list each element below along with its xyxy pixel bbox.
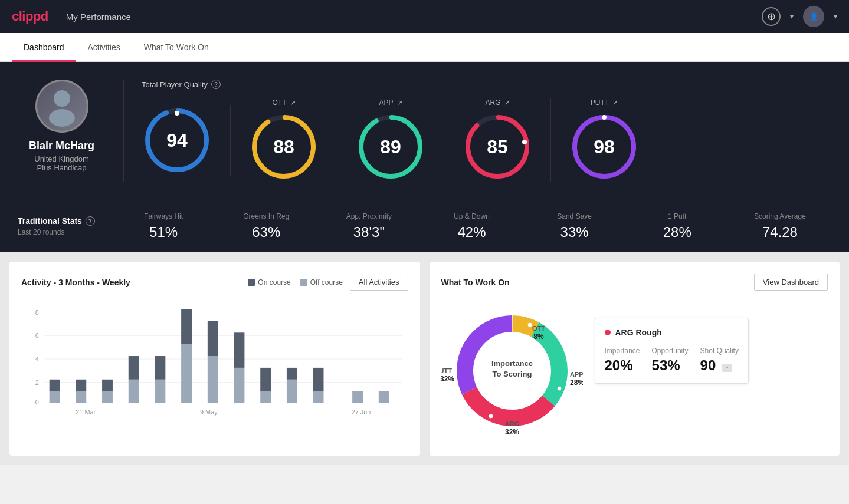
- gauge-putt: PUTT 98: [551, 98, 657, 182]
- gauge-arg-value: 85: [487, 136, 508, 158]
- trad-stats-label: Traditional Stats ? Last 20 rounds: [18, 216, 112, 236]
- gauge-ott: OTT 88: [231, 98, 337, 182]
- svg-rect-26: [50, 380, 60, 391]
- tab-what-to-work-on[interactable]: What To Work On: [132, 33, 221, 62]
- bottom-panels: Activity - 3 Months - Weekly On course O…: [0, 252, 849, 465]
- hero-section: Blair McHarg United Kingdom Plus Handica…: [0, 62, 849, 200]
- svg-rect-37: [208, 356, 218, 403]
- svg-text:To Scoring: To Scoring: [492, 370, 532, 378]
- all-activities-button[interactable]: All Activities: [350, 274, 408, 291]
- chart-legend: On course Off course: [248, 278, 343, 286]
- activity-panel: Activity - 3 Months - Weekly On course O…: [9, 262, 420, 456]
- svg-text:21 Mar: 21 Mar: [76, 409, 96, 416]
- svg-text:32%: 32%: [441, 375, 454, 383]
- svg-text:4: 4: [35, 355, 39, 363]
- player-section: Blair McHarg United Kingdom Plus Handica…: [18, 80, 124, 182]
- legend-oncourse: On course: [248, 278, 290, 286]
- gauge-total-wrap: 94: [142, 105, 212, 176]
- nav-right: ⊕ ▾ 👤 ▾: [762, 6, 837, 27]
- wtwo-title: What To Work On: [441, 278, 754, 287]
- player-avatar: [35, 80, 88, 133]
- metric-opportunity: Opportunity 53%: [652, 347, 689, 374]
- svg-point-66: [527, 322, 532, 327]
- gauge-putt-value: 98: [594, 136, 615, 158]
- gauge-total: 94: [142, 105, 231, 176]
- svg-rect-28: [76, 380, 86, 391]
- svg-text:8%: 8%: [533, 332, 544, 341]
- svg-rect-34: [155, 356, 165, 380]
- svg-rect-42: [260, 368, 271, 391]
- gauge-app-value: 89: [380, 136, 401, 158]
- svg-rect-25: [50, 391, 60, 403]
- quality-title: Total Player Quality ?: [142, 80, 831, 89]
- add-dropdown-arrow[interactable]: ▾: [790, 12, 794, 21]
- svg-rect-47: [352, 391, 363, 403]
- logo: clippd: [12, 9, 48, 24]
- stat-greens: Greens In Reg 63%: [215, 212, 317, 241]
- svg-text:Importance: Importance: [491, 359, 532, 368]
- svg-point-11: [522, 140, 527, 144]
- avatar-dropdown-arrow[interactable]: ▾: [834, 12, 837, 21]
- svg-rect-44: [287, 368, 297, 380]
- top-nav: clippd My Performance ⊕ ▾ 👤 ▾: [0, 0, 849, 33]
- gauge-app-label: APP: [379, 98, 402, 107]
- tab-dashboard[interactable]: Dashboard: [12, 33, 76, 62]
- gauge-arg-label: ARG: [485, 98, 509, 107]
- svg-rect-39: [234, 368, 245, 403]
- add-button[interactable]: ⊕: [762, 7, 781, 26]
- svg-rect-36: [181, 309, 192, 345]
- svg-rect-27: [76, 391, 86, 403]
- gauge-arg-wrap: 85: [462, 111, 533, 182]
- svg-text:2: 2: [35, 379, 39, 386]
- svg-rect-48: [379, 391, 389, 403]
- svg-rect-41: [260, 391, 271, 403]
- svg-text:PUTT: PUTT: [441, 367, 452, 374]
- metric-importance: Importance 20%: [605, 347, 640, 374]
- wtwo-content: Importance To Scoring OTT 8% APP 28% ARG…: [441, 300, 828, 444]
- svg-text:APP: APP: [570, 371, 583, 378]
- activity-chart-title: Activity - 3 Months - Weekly: [21, 278, 248, 287]
- gauge-ott-label: OTT: [273, 98, 296, 107]
- player-name: Blair McHarg: [29, 140, 94, 152]
- svg-rect-35: [181, 344, 192, 403]
- stat-sandsave: Sand Save 33%: [523, 212, 626, 241]
- svg-point-1: [49, 109, 75, 127]
- player-handicap: Plus Handicap: [37, 163, 87, 172]
- legend-offcourse: Off course: [300, 278, 343, 286]
- activity-panel-header: Activity - 3 Months - Weekly On course O…: [21, 274, 408, 291]
- svg-rect-45: [313, 391, 324, 403]
- svg-rect-38: [208, 321, 218, 356]
- stat-proximity: App. Proximity 38'3": [317, 212, 420, 241]
- avatar[interactable]: 👤: [803, 6, 824, 27]
- gauge-app-wrap: 89: [355, 111, 426, 182]
- arg-dot-icon: [605, 330, 611, 335]
- trad-stats-help-icon[interactable]: ?: [86, 216, 95, 226]
- gauge-putt-wrap: 98: [569, 111, 640, 182]
- svg-rect-40: [234, 332, 245, 368]
- gauge-ott-wrap: 88: [248, 111, 319, 182]
- svg-point-4: [175, 111, 179, 116]
- svg-rect-29: [102, 391, 113, 403]
- svg-point-14: [602, 115, 607, 120]
- svg-rect-31: [129, 380, 139, 403]
- shot-quality-badge: ↑: [722, 364, 733, 372]
- metric-shot-quality: Shot Quality 90 ↑: [700, 347, 739, 374]
- traditional-stats: Traditional Stats ? Last 20 rounds Fairw…: [0, 200, 849, 252]
- app-trend-icon: [396, 98, 402, 107]
- svg-rect-43: [287, 380, 297, 403]
- gauge-total-value: 94: [166, 130, 188, 151]
- quality-help-icon[interactable]: ?: [211, 80, 221, 89]
- svg-text:OTT: OTT: [532, 325, 545, 332]
- gauge-app: APP 89: [337, 98, 444, 182]
- quality-section: Total Player Quality ? 94: [124, 80, 831, 182]
- view-dashboard-button[interactable]: View Dashboard: [754, 274, 828, 291]
- ott-trend-icon: [289, 98, 296, 107]
- legend-oncourse-dot: [248, 279, 255, 286]
- svg-rect-32: [129, 356, 139, 380]
- svg-text:9 May: 9 May: [200, 409, 218, 416]
- svg-text:ARG: ARG: [504, 420, 519, 427]
- arg-card: ARG Rough Importance 20% Opportunity 53%…: [595, 318, 749, 384]
- svg-point-68: [489, 414, 493, 419]
- tab-bar: Dashboard Activities What To Work On: [0, 33, 849, 62]
- tab-activities[interactable]: Activities: [76, 33, 132, 62]
